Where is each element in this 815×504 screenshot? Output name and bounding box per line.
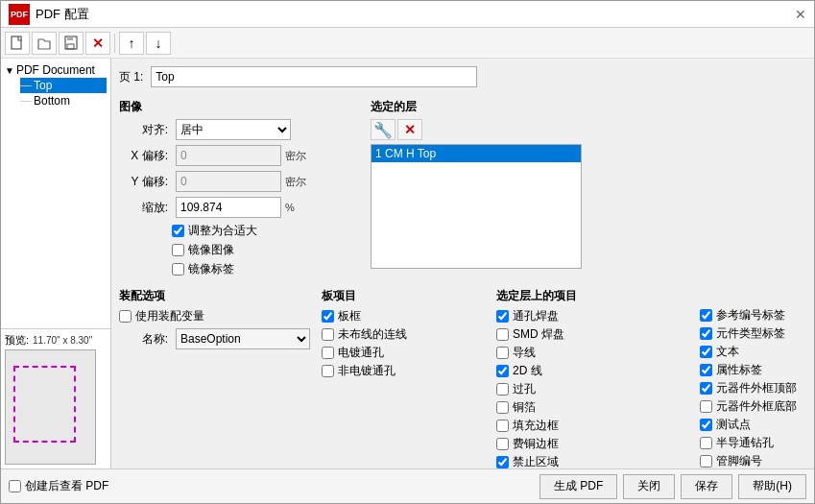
layer-item-1[interactable]: 1 CM H Top — [372, 145, 581, 162]
layer-item-4-checkbox[interactable] — [496, 383, 509, 396]
close-button[interactable]: 关闭 — [623, 474, 675, 499]
align-label: 对齐: — [119, 122, 172, 138]
close-icon[interactable]: ✕ — [795, 7, 806, 22]
layer-item-3-checkbox[interactable] — [496, 365, 509, 377]
layer-item-4: 过孔 — [496, 381, 688, 397]
tree-root[interactable]: ▼ PDF Document — [5, 62, 107, 78]
add-layer-button[interactable]: 🔧 — [371, 119, 396, 140]
mirrortag-label: 镜像标签 — [188, 261, 234, 277]
name-label: 名称: — [119, 331, 172, 348]
tree-section: ▼ PDF Document — Top — Bottom — [1, 59, 110, 328]
extra-item-2-checkbox[interactable] — [700, 346, 712, 358]
tree-bottom-label: Bottom — [34, 94, 70, 108]
board-item-0-checkbox[interactable] — [322, 310, 334, 323]
tree-dash-icon: — — [20, 79, 32, 92]
layer-item-0-checkbox[interactable] — [496, 310, 509, 323]
extra-item-5: 元器件外框底部 — [700, 398, 806, 415]
extra-item-5-checkbox[interactable] — [700, 400, 712, 413]
extra-items-list: 参考编号标签 元件类型标签 文本 属性标签 — [700, 307, 806, 468]
tree-children: — Top — Bottom — [5, 78, 107, 108]
layer-item-2-label: 导线 — [513, 345, 536, 361]
tree-item-top[interactable]: — Top — [20, 78, 107, 93]
extra-item-1-checkbox[interactable] — [700, 327, 712, 340]
scale-label: 缩放: — [119, 200, 172, 216]
generate-pdf-button[interactable]: 生成 PDF — [539, 474, 617, 499]
pdf-icon: PDF — [9, 4, 30, 25]
items-on-layer-list: 通孔焊盘 SMD 焊盘 导线 2D 线 — [496, 308, 688, 468]
move-down-button[interactable]: ↓ — [146, 32, 171, 55]
right-panel: 页 1: 图像 对齐: 居中 X 偏移: — [111, 59, 814, 468]
xoffset-row: X 偏移: 密尔 — [119, 145, 359, 166]
assembly-section: 装配选项 使用装配变量 名称: BaseOption — [119, 288, 310, 468]
extra-item-4-checkbox[interactable] — [700, 382, 712, 395]
tree-item-bottom[interactable]: — Bottom — [20, 93, 107, 108]
extra-item-4: 元器件外框顶部 — [700, 380, 806, 396]
layer-item-3: 2D 线 — [496, 363, 688, 379]
main-content: ▼ PDF Document — Top — Bottom 预览: — [1, 59, 814, 468]
layer-item-5-checkbox[interactable] — [496, 401, 509, 414]
titlebar: PDF PDF 配置 ✕ — [1, 1, 814, 28]
create-pdf-checkbox[interactable] — [9, 480, 21, 492]
items-on-layer-section: 选定层上的项目 通孔焊盘 SMD 焊盘 导线 — [496, 288, 688, 468]
board-item-0-label: 板框 — [338, 308, 361, 324]
page-input[interactable] — [151, 66, 477, 87]
extra-item-8-checkbox[interactable] — [700, 455, 712, 468]
extra-item-3: 属性标签 — [700, 362, 806, 378]
board-items-title: 板项目 — [322, 288, 485, 304]
extra-items-section: 参考编号标签 元件类型标签 文本 属性标签 — [700, 288, 806, 468]
mirrortag-checkbox[interactable] — [172, 263, 184, 276]
use-var-row: 使用装配变量 — [119, 308, 310, 324]
open-button[interactable] — [32, 32, 57, 55]
fit-label: 调整为合适大 — [188, 223, 257, 239]
layer-item-7-label: 费铜边框 — [513, 436, 559, 452]
layer-item-1-checkbox[interactable] — [496, 328, 509, 341]
align-select[interactable]: 居中 — [176, 119, 291, 140]
page-label: 页 1: — [119, 69, 143, 85]
selected-layers-section: 选定的层 🔧 ✕ 1 CM H Top — [371, 99, 582, 280]
new-button[interactable] — [5, 32, 30, 55]
extra-item-0-checkbox[interactable] — [700, 309, 712, 322]
save-button[interactable] — [59, 32, 84, 55]
layer-item-8-label: 禁止区域 — [513, 454, 559, 468]
tree-root-label: PDF Document — [16, 63, 95, 77]
yoffset-label: Y 偏移: — [119, 174, 172, 190]
yoffset-input[interactable] — [176, 171, 281, 192]
layer-item-7-checkbox[interactable] — [496, 438, 509, 450]
extra-item-0-label: 参考编号标签 — [716, 307, 785, 324]
extra-item-8-label: 管脚编号 — [716, 453, 762, 468]
xoffset-input[interactable] — [176, 145, 281, 166]
left-panel: ▼ PDF Document — Top — Bottom 预览: — [1, 59, 111, 468]
save-button[interactable]: 保存 — [681, 474, 732, 499]
board-item-2-label: 电镀通孔 — [338, 345, 384, 361]
board-item-1-checkbox[interactable] — [322, 328, 334, 341]
board-item-3-label: 非电镀通孔 — [338, 363, 396, 379]
extra-item-3-checkbox[interactable] — [700, 364, 712, 376]
layer-item-2-checkbox[interactable] — [496, 347, 509, 359]
page-row: 页 1: — [119, 66, 806, 87]
delete-button[interactable]: ✕ — [85, 32, 110, 55]
layer-item-6-checkbox[interactable] — [496, 420, 509, 432]
extra-item-1-label: 元件类型标签 — [716, 325, 785, 342]
yoffset-unit: 密尔 — [285, 175, 306, 189]
fit-row: 调整为合适大 — [119, 223, 359, 239]
extra-item-6-checkbox[interactable] — [700, 419, 712, 431]
xoffset-unit: 密尔 — [285, 149, 306, 163]
name-select[interactable]: BaseOption — [176, 328, 310, 349]
use-var-checkbox[interactable] — [119, 310, 132, 323]
extra-item-7-checkbox[interactable] — [700, 437, 712, 449]
extra-item-8: 管脚编号 — [700, 453, 806, 468]
help-button[interactable]: 帮助(H) — [738, 474, 806, 499]
layer-item-3-label: 2D 线 — [513, 363, 542, 379]
board-item-3-checkbox[interactable] — [322, 365, 334, 377]
layer-item-8-checkbox[interactable] — [496, 456, 509, 468]
board-item-2-checkbox[interactable] — [322, 347, 334, 359]
scale-input[interactable] — [176, 197, 281, 218]
move-up-button[interactable]: ↑ — [119, 32, 144, 55]
fit-checkbox[interactable] — [172, 225, 184, 237]
preview-box — [5, 349, 96, 465]
layer-item-1: SMD 焊盘 — [496, 326, 688, 343]
mirror-checkbox[interactable] — [172, 244, 184, 256]
align-row: 对齐: 居中 — [119, 119, 359, 140]
extra-item-3-label: 属性标签 — [716, 362, 762, 378]
remove-layer-button[interactable]: ✕ — [397, 119, 422, 140]
